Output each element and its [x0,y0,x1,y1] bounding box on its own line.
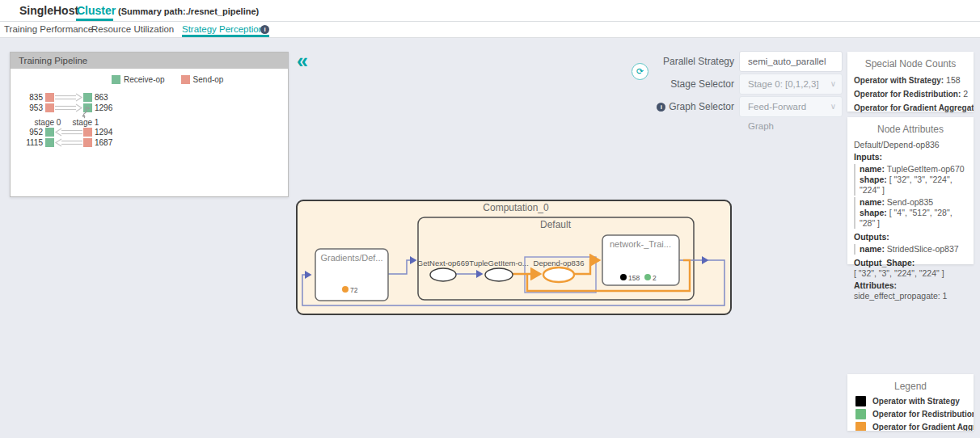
legend-item-strategy: Operator with Strategy [847,394,974,406]
arrow-left-icon [54,128,83,137]
arrow-left-icon [54,138,83,147]
computation-0-label: Computation_0 [483,202,549,213]
special-node-counts-panel: Special Node Counts Operator with Strate… [847,52,974,112]
redistribution-swatch [855,409,866,419]
node-attributes-title: Node Attributes [847,117,974,135]
training-pipeline-panel: Training Pipeline Receive-op Send-op 835… [10,52,289,197]
collapse-panel-icon[interactable]: « [297,50,308,71]
arrow-right-icon [54,93,83,102]
attribute-value: side_effect_propagate: 1 [854,291,967,301]
pipeline-row-forward: 953 1296 [17,103,112,112]
legend-item-redistribution: Operator for Redistribution [847,406,974,419]
output-shape-label: Output_Shape: [854,256,967,268]
graph-selector-label: iGraph Selector [582,96,734,117]
special-node-counts-title: Special Node Counts [847,52,974,73]
send-op-id: 1687 [95,138,112,147]
parallel-strategy-label: Parallel Strategy [582,51,734,72]
send-op-square [45,93,54,102]
network-node-label: network-_Trai... [610,239,671,249]
outputs-section-label: Outputs: [854,230,967,242]
parallel-strategy-input[interactable] [739,51,843,72]
stage-selector-label: Stage Selector [582,74,734,95]
graph-selector-dropdown[interactable]: Feed-Forward Graph ∨ [739,96,843,117]
receive-op-square [45,138,54,147]
tab-resource-utilization[interactable]: Resource Utilization [91,24,174,34]
redistribution-badge-count: 2 [653,274,657,282]
legend-send-op: Send-op [181,75,224,84]
send-op-id: 1294 [95,128,112,137]
strategy-badge-icon [620,274,627,280]
selected-node-path: Default/Depend-op836 [854,138,967,150]
tab-training-performance[interactable]: Training Performance [4,24,93,34]
input-item: name: Send-op835 shape: [ "4", "512", "2… [854,197,967,229]
count-operator-with-strategy: Operator with Strategy: 158 [847,73,974,86]
receive-op-square [83,93,92,102]
training-pipeline-title: Training Pipeline [11,53,288,69]
chevron-down-icon: ∨ [830,74,836,94]
count-operator-for-redistribution: Operator for Redistribution: 2 [847,86,974,100]
tuplegetitem-op-label: TupleGetItem-o... [469,259,529,267]
attributes-section-label: Attributes: [854,279,967,291]
gradients-node[interactable]: Gradients/Def... 72 [315,249,388,301]
strategy-perception-page: SingleHost Cluster (Summary path:./resne… [0,0,980,438]
send-op-square [45,103,54,112]
pipeline-row-backward: 952 1294 [17,128,112,137]
computation-graph: Computation_0 Default Gradients/Def... 7… [295,196,736,319]
header-divider [0,21,980,22]
input-item: name: TupleGetItem-op670 shape: [ "32", … [854,164,967,196]
redistribution-badge-icon [644,274,651,280]
gradient-aggregation-badge-count: 72 [350,286,358,294]
pipeline-row-backward: 1115 1687 [17,138,112,147]
strategy-swatch [855,396,866,406]
legend-panel: Legend Operator with Strategy Operator f… [847,374,974,431]
receive-op-id: 952 [17,128,43,137]
stage-1-label: stage 1 [66,118,105,127]
receive-op-id: 863 [95,93,108,102]
strategy-perception-info-icon[interactable]: i [260,25,269,34]
count-operator-for-gradient-aggregation: Operator for Gradient Aggregation: 72 [847,100,974,114]
send-op-swatch [181,75,190,84]
output-shape-value: [ "32", "3", "224", "224" ] [854,268,967,279]
inputs-section-label: Inputs: [854,150,967,162]
stage-link-icon [80,106,91,119]
gradient-aggregation-badge-icon [342,286,348,293]
stage-selector-dropdown[interactable]: Stage 0: [0,1,2,3] ∨ [739,74,843,95]
network-node[interactable]: network-_Trai... 158 2 [602,235,679,285]
tab-strategy-perception[interactable]: Strategy Perception [182,24,264,34]
legend-item-gradient-aggregation: Operator for Gradient Aggregation [847,419,974,431]
graph-selector-info-icon[interactable]: i [657,103,665,112]
stage-0-label: stage 0 [28,118,67,127]
receive-op-swatch [112,75,120,84]
legend-title: Legend [847,374,974,394]
stage-selector-value: Stage 0: [0,1,2,3] [748,79,819,89]
send-op-id: 835 [17,93,43,102]
output-item: name: StridedSlice-op837 [854,244,967,255]
send-op-square [83,128,92,137]
gradients-node-label: Gradients/Def... [320,253,382,263]
chevron-down-icon: ∨ [830,97,836,116]
getnext-op-label: GetNext-op669 [417,259,469,267]
legend-receive-op: Receive-op [112,75,165,84]
tab-singlehost[interactable]: SingleHost [19,4,78,17]
pipeline-legend: Receive-op Send-op [112,75,223,84]
send-op-id: 953 [17,103,43,112]
send-op-square [83,138,92,147]
receive-op-square [45,128,54,137]
summary-path: (Summary path:./resnet_pipeline) [118,6,259,16]
depend-op-label: Depend-op836 [534,259,585,267]
receive-op-id: 1296 [95,103,112,112]
receive-op-id: 1115 [17,138,43,147]
strategy-badge-count: 158 [628,274,640,282]
tab-cluster[interactable]: Cluster [77,4,116,17]
node-attributes-panel: Node Attributes Default/Depend-op836 Inp… [847,117,974,264]
default-scope-label: Default [540,219,572,230]
arrow-right-icon [54,103,83,112]
pipeline-row-forward: 835 863 [17,93,108,102]
gradient-aggregation-swatch [855,422,866,431]
